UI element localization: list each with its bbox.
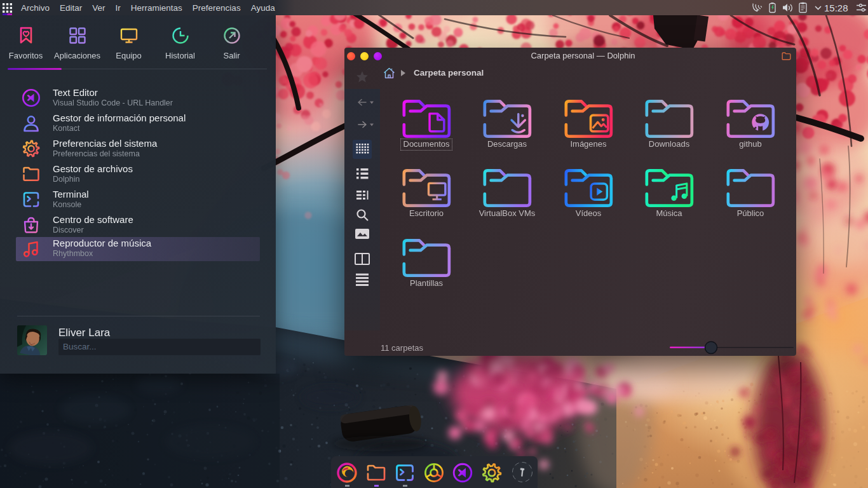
svg-text:15:28: 15:28 <box>824 3 848 13</box>
